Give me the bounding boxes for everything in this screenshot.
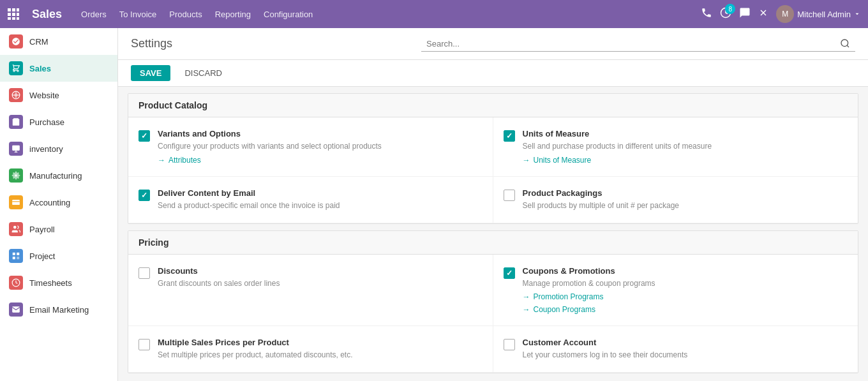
- setting-multiple-prices-title: Multiple Sales Prices per Product: [158, 338, 483, 347]
- svg-point-20: [13, 226, 17, 229]
- crm-icon: [9, 34, 23, 49]
- close-icon[interactable]: [758, 8, 768, 20]
- sidebar-item-payroll[interactable]: Payroll: [0, 216, 117, 243]
- user-name: Mitchell Admin: [797, 10, 851, 19]
- svg-rect-21: [13, 253, 15, 255]
- svg-point-26: [841, 40, 848, 47]
- setting-units-content: Units of Measure Sell and purchase produ…: [523, 129, 848, 165]
- setting-variants: Variants and Options Configure your prod…: [128, 117, 493, 177]
- setting-variants-desc: Configure your products with variants an…: [158, 141, 483, 152]
- setting-units: Units of Measure Sell and purchase produ…: [493, 117, 858, 177]
- setting-coupons-content: Coupons & Promotions Manage promotion & …: [523, 266, 848, 315]
- settings-header-row: Settings: [118, 28, 868, 60]
- setting-discounts-content: Discounts Grant discounts on sales order…: [158, 266, 483, 289]
- checkbox-packagings[interactable]: [504, 190, 515, 201]
- app-brand: Sales: [32, 8, 62, 21]
- search-input[interactable]: [426, 39, 840, 49]
- setting-customer-account-desc: Let your customers log in to see their d…: [523, 350, 848, 361]
- sidebar-item-crm[interactable]: CRM: [0, 28, 117, 55]
- setting-packagings-content: Product Packagings Sell products by mult…: [523, 188, 848, 211]
- setting-discounts-title: Discounts: [158, 266, 483, 276]
- setting-multiple-prices-desc: Set multiple prices per product, automat…: [158, 350, 483, 361]
- setting-multiple-prices: Multiple Sales Prices per Product Set mu…: [128, 326, 493, 373]
- nav-configuration[interactable]: Configuration: [264, 10, 313, 19]
- avatar: M: [776, 5, 794, 23]
- product-catalog-section: Product Catalog Variants and Options Con…: [128, 93, 858, 224]
- navbar-actions: 8 M Mitchell Admin: [701, 5, 860, 23]
- sidebar-label-accounting: Accounting: [29, 198, 70, 207]
- link-coupon-programs[interactable]: Coupon Programs: [523, 305, 848, 314]
- setting-packagings-title: Product Packagings: [523, 188, 848, 198]
- setting-deliver-title: Deliver Content by Email: [158, 188, 483, 198]
- inventory-icon: [9, 142, 23, 156]
- checkbox-discounts[interactable]: [138, 267, 150, 279]
- content-body: Product Catalog Variants and Options Con…: [118, 93, 868, 373]
- page-title: Settings: [131, 37, 264, 50]
- sidebar-item-manufacturing[interactable]: Manufacturing: [0, 162, 117, 189]
- manufacturing-icon: [9, 168, 23, 183]
- nav-orders[interactable]: Orders: [81, 10, 107, 19]
- svg-rect-24: [17, 257, 19, 259]
- svg-rect-5: [17, 13, 19, 16]
- setting-packagings-desc: Sell products by multiple of unit # per …: [523, 200, 848, 211]
- sidebar-item-purchase[interactable]: Purchase: [0, 108, 117, 135]
- sidebar-label-project: Project: [29, 251, 55, 261]
- svg-rect-3: [8, 13, 11, 16]
- sidebar-item-website[interactable]: Website: [0, 82, 117, 108]
- email-marketing-icon: [9, 303, 23, 317]
- setting-coupons: Coupons & Promotions Manage promotion & …: [493, 255, 858, 327]
- discard-button[interactable]: DISCARD: [176, 65, 231, 81]
- sales-icon: [9, 61, 23, 75]
- link-promotion-programs[interactable]: Promotion Programs: [523, 292, 848, 301]
- nav-products[interactable]: Products: [169, 10, 202, 19]
- checkbox-deliver[interactable]: [138, 190, 150, 201]
- checkbox-customer-account[interactable]: [504, 339, 515, 350]
- sidebar-label-crm: CRM: [29, 37, 49, 47]
- save-button[interactable]: SAVE: [131, 65, 170, 81]
- checkbox-units[interactable]: [504, 130, 515, 142]
- nav-to-invoice[interactable]: To Invoice: [119, 10, 157, 19]
- pricing-section: Pricing Discounts Grant discounts on sal…: [128, 230, 858, 374]
- setting-multiple-prices-content: Multiple Sales Prices per Product Set mu…: [158, 338, 483, 361]
- setting-variants-content: Variants and Options Configure your prod…: [158, 129, 483, 165]
- setting-deliver-content-content: Deliver Content by Email Send a product-…: [158, 188, 483, 211]
- sidebar-item-project[interactable]: Project: [0, 243, 117, 269]
- clock-badge: 8: [725, 4, 735, 14]
- sidebar-label-website: Website: [29, 91, 59, 100]
- checkbox-multiple-prices[interactable]: [138, 339, 150, 350]
- link-attributes[interactable]: Attributes: [158, 156, 483, 165]
- nav-reporting[interactable]: Reporting: [215, 10, 251, 19]
- action-bar: SAVE DISCARD: [118, 60, 868, 87]
- checkbox-coupons[interactable]: [504, 267, 515, 279]
- website-icon: [9, 88, 23, 102]
- link-units[interactable]: Units of Measure: [523, 156, 848, 165]
- sidebar-label-payroll: Payroll: [29, 225, 55, 234]
- sidebar-item-inventory[interactable]: inventory: [0, 135, 117, 162]
- setting-deliver-desc: Send a product-specific email once the i…: [158, 200, 483, 211]
- svg-rect-8: [17, 17, 19, 20]
- sidebar-item-timesheets[interactable]: Timesheets: [0, 269, 117, 296]
- sidebar-item-sales[interactable]: Sales: [0, 55, 117, 82]
- timesheets-icon: [9, 276, 23, 290]
- chat-icon[interactable]: [739, 7, 751, 21]
- search-icon[interactable]: [840, 38, 850, 49]
- clock-icon[interactable]: 8: [720, 7, 731, 21]
- setting-deliver-content: Deliver Content by Email Send a product-…: [128, 177, 493, 223]
- setting-customer-account-title: Customer Account: [523, 338, 848, 347]
- pricing-header: Pricing: [128, 231, 858, 255]
- pricing-body: Discounts Grant discounts on sales order…: [128, 255, 858, 373]
- phone-icon[interactable]: [701, 7, 712, 21]
- sidebar-item-email-marketing[interactable]: Email Marketing: [0, 296, 117, 323]
- svg-rect-1: [12, 8, 15, 11]
- navbar-menu: Orders To Invoice Products Reporting Con…: [81, 10, 688, 19]
- user-menu[interactable]: M Mitchell Admin: [776, 5, 860, 23]
- accounting-icon: [9, 195, 23, 209]
- search-bar: [421, 36, 855, 52]
- sidebar-item-accounting[interactable]: Accounting: [0, 189, 117, 216]
- setting-variants-title: Variants and Options: [158, 129, 483, 138]
- grid-icon[interactable]: [8, 8, 19, 20]
- setting-coupons-desc: Manage promotion & coupon programs: [523, 278, 848, 289]
- sidebar-label-timesheets: Timesheets: [29, 278, 72, 288]
- checkbox-variants[interactable]: [138, 130, 150, 142]
- setting-units-desc: Sell and purchase products in different …: [523, 141, 848, 152]
